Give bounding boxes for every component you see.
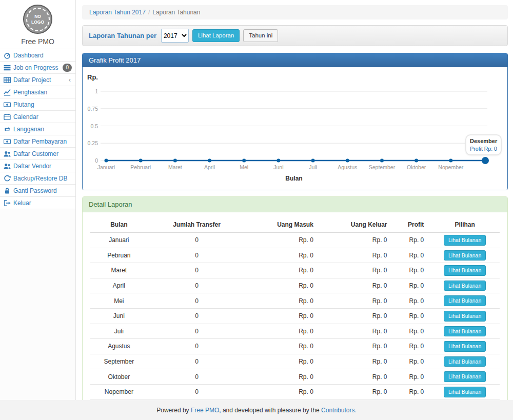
cell-bulan: September xyxy=(90,354,148,369)
sidebar-item-daftar-pembayaran[interactable]: Daftar Pembayaran xyxy=(0,135,75,148)
view-report-button[interactable]: Lihat Laporan xyxy=(192,29,240,43)
breadcrumb-separator: / xyxy=(148,9,150,16)
sidebar-item-label: Calendar xyxy=(13,113,38,121)
sidebar-item-label: Dashboard xyxy=(13,52,44,59)
detail-panel-title: Detail Laporan xyxy=(83,197,507,212)
cell-pilihan: Lihat Bulanan xyxy=(430,384,500,399)
cell-uang-masuk: Rp. 0 xyxy=(246,354,320,369)
brand-name: Free PMO xyxy=(0,37,75,46)
sidebar-item-label: Piutang xyxy=(13,101,34,108)
cell-uang-masuk: Rp. 0 xyxy=(246,324,320,339)
lihat-bulanan-button[interactable]: Lihat Bulanan xyxy=(444,326,486,337)
cell-pilihan: Lihat Bulanan xyxy=(430,248,500,263)
footer-link-contributors[interactable]: Contributors. xyxy=(321,407,357,414)
lihat-bulanan-button[interactable]: Lihat Bulanan xyxy=(444,265,486,276)
lihat-bulanan-button[interactable]: Lihat Bulanan xyxy=(444,281,486,291)
cell-uang-masuk: Rp. 0 xyxy=(246,278,320,293)
lihat-bulanan-button[interactable]: Lihat Bulanan xyxy=(444,341,486,352)
cell-uang-keluar: Rp. 0 xyxy=(320,263,393,278)
calendar-icon xyxy=(4,113,11,121)
sidebar-menu: DashboardJob on Progress0Daftar Project‹… xyxy=(0,49,75,209)
cell-bulan: Januari xyxy=(90,232,148,248)
cell-profit: Rp. 0 xyxy=(393,384,430,399)
cell-jumlah-transfer: 0 xyxy=(148,369,246,385)
sidebar-item-label: Backup/Restore DB xyxy=(13,175,67,182)
lihat-bulanan-button[interactable]: Lihat Bulanan xyxy=(444,371,486,382)
sidebar-item-dashboard[interactable]: Dashboard xyxy=(0,49,75,62)
profit-chart-panel: Grafik Profit 2017 Rp. Desember Profit R… xyxy=(82,53,508,190)
money-icon xyxy=(4,101,11,108)
footer-link-free-pmo[interactable]: Free PMO xyxy=(191,407,219,414)
sidebar-item-langganan[interactable]: Langganan xyxy=(0,123,75,135)
year-select[interactable]: 2017 xyxy=(161,29,189,43)
sidebar-item-ganti-password[interactable]: Ganti Password xyxy=(0,185,75,197)
cell-uang-masuk: Rp. 0 xyxy=(246,339,320,354)
cell-uang-keluar: Rp. 0 xyxy=(320,339,393,354)
table-row-maret: Maret0Rp. 0Rp. 0Rp. 0Lihat Bulanan xyxy=(90,263,500,278)
cell-pilihan: Lihat Bulanan xyxy=(430,354,500,369)
cell-pilihan: Lihat Bulanan xyxy=(430,308,500,324)
sidebar-item-calendar[interactable]: Calendar xyxy=(0,111,75,123)
table-row-mei: Mei0Rp. 0Rp. 0Rp. 0Lihat Bulanan xyxy=(90,293,500,309)
this-year-button[interactable]: Tahun ini xyxy=(243,29,278,43)
detail-panel-body: BulanJumlah TransferUang MasukUang Kelua… xyxy=(83,212,507,420)
cell-uang-keluar: Rp. 0 xyxy=(320,293,393,309)
sidebar-item-label: Penghasilan xyxy=(13,89,47,96)
lihat-bulanan-button[interactable]: Lihat Bulanan xyxy=(444,387,486,397)
sidebar-item-piutang[interactable]: Piutang xyxy=(0,98,75,111)
cell-pilihan: Lihat Bulanan xyxy=(430,263,500,278)
table-header-row: BulanJumlah TransferUang MasukUang Kelua… xyxy=(90,217,500,232)
lihat-bulanan-button[interactable]: Lihat Bulanan xyxy=(444,235,486,246)
breadcrumb-link-laporan-tahun[interactable]: Laporan Tahun 2017 xyxy=(89,9,146,16)
cell-pilihan: Lihat Bulanan xyxy=(430,324,500,339)
cell-bulan: Juli xyxy=(90,324,148,339)
y-axis-tick: 1 xyxy=(83,88,98,94)
sidebar-item-label: Daftar Pembayaran xyxy=(13,138,67,145)
dashboard-icon xyxy=(4,52,11,59)
footer-text-before: Powered by xyxy=(156,407,191,414)
sidebar-item-penghasilan[interactable]: Penghasilan xyxy=(0,86,75,98)
users-icon xyxy=(4,150,11,157)
sidebar-item-keluar[interactable]: Keluar xyxy=(0,197,75,209)
sidebar-item-job-on-progress[interactable]: Job on Progress0 xyxy=(0,62,75,74)
lihat-bulanan-button[interactable]: Lihat Bulanan xyxy=(444,295,486,306)
sidebar-item-daftar-vendor[interactable]: Daftar Vendor xyxy=(0,160,75,172)
chart-tooltip-label: Desember xyxy=(470,138,497,144)
refresh-icon xyxy=(4,175,11,182)
cell-pilihan: Lihat Bulanan xyxy=(430,339,500,354)
y-axis-tick: 0.5 xyxy=(83,123,98,129)
column-header-uang-masuk: Uang Masuk xyxy=(246,217,320,232)
sidebar-item-daftar-project[interactable]: Daftar Project‹ xyxy=(0,74,75,86)
breadcrumb-current: Laporan Tahunan xyxy=(152,9,200,16)
monthly-report-table: BulanJumlah TransferUang MasukUang Kelua… xyxy=(90,217,500,420)
cell-jumlah-transfer: 0 xyxy=(148,339,246,354)
lihat-bulanan-button[interactable]: Lihat Bulanan xyxy=(444,311,486,322)
cell-profit: Rp. 0 xyxy=(393,339,430,354)
profit-line-chart: Rp. Desember Profit Rp: 0 00.250.50.751J… xyxy=(83,67,507,190)
cell-jumlah-transfer: 0 xyxy=(148,324,246,339)
report-toolbar: Laporan Tahunan per 2017 Lihat Laporan T… xyxy=(82,25,508,46)
table-row-juni: Juni0Rp. 0Rp. 0Rp. 0Lihat Bulanan xyxy=(90,308,500,324)
retweet-icon xyxy=(4,126,11,133)
cell-jumlah-transfer: 0 xyxy=(148,384,246,399)
sidebar-item-daftar-customer[interactable]: Daftar Customer xyxy=(0,148,75,160)
cell-jumlah-transfer: 0 xyxy=(148,248,246,263)
cell-bulan: Juni xyxy=(90,308,148,324)
table-row-juli: Juli0Rp. 0Rp. 0Rp. 0Lihat Bulanan xyxy=(90,324,500,339)
cell-uang-keluar: Rp. 0 xyxy=(320,384,393,399)
chart-panel-title: Grafik Profit 2017 xyxy=(83,53,507,67)
cell-jumlah-transfer: 0 xyxy=(148,278,246,293)
cell-bulan: Agustus xyxy=(90,339,148,354)
money-icon xyxy=(4,138,11,145)
lihat-bulanan-button[interactable]: Lihat Bulanan xyxy=(444,356,486,367)
sidebar-item-backup-restore-db[interactable]: Backup/Restore DB xyxy=(0,172,75,185)
cell-uang-masuk: Rp. 0 xyxy=(246,263,320,278)
column-header-jumlah-transfer: Jumlah Transfer xyxy=(148,217,246,232)
cell-bulan: Mei xyxy=(90,293,148,309)
table-row-agustus: Agustus0Rp. 0Rp. 0Rp. 0Lihat Bulanan xyxy=(90,339,500,354)
lihat-bulanan-button[interactable]: Lihat Bulanan xyxy=(444,250,486,261)
table-row-oktober: Oktober0Rp. 0Rp. 0Rp. 0Lihat Bulanan xyxy=(90,369,500,385)
sidebar-item-label: Daftar Project xyxy=(13,76,51,84)
lock-icon xyxy=(4,187,11,194)
cell-profit: Rp. 0 xyxy=(393,232,430,248)
